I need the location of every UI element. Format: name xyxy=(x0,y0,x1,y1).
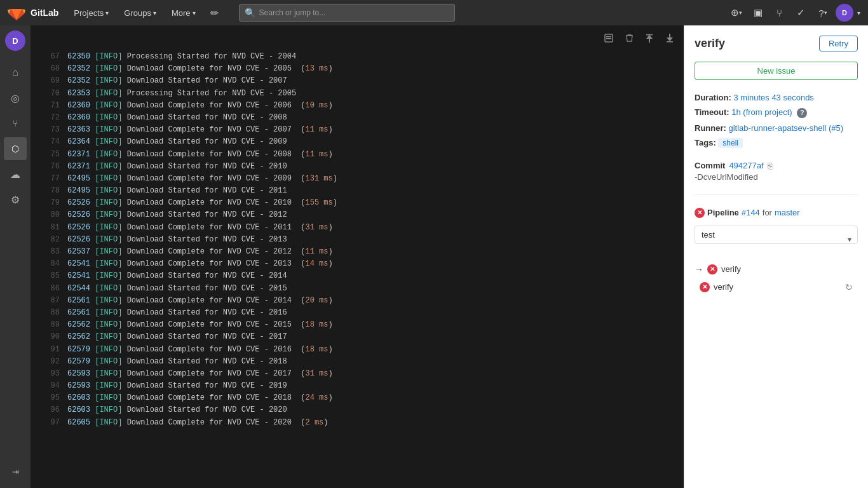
svg-rect-7 xyxy=(606,38,611,39)
log-panel[interactable]: 6762350 [INFO] Processing Started for NV… xyxy=(31,25,684,488)
line-number: 79 xyxy=(36,197,60,209)
scroll-top-icon[interactable] xyxy=(641,29,658,47)
pipeline-row: ✕ Pipeline #144 for master xyxy=(695,208,858,218)
log-line: 7362363 [INFO] Download Complete for NVD… xyxy=(31,124,684,136)
user-avatar-nav[interactable]: D xyxy=(836,4,853,22)
todo-icon[interactable]: ✓ xyxy=(792,4,810,22)
sidebar-avatar[interactable]: D xyxy=(5,30,25,51)
job-title: verify xyxy=(695,37,725,50)
job-item[interactable]: ✕ verify ↻ xyxy=(695,280,858,295)
line-text: 62352 [INFO] Download Started for NVD CV… xyxy=(67,75,287,87)
line-text: 62579 [INFO] Download Started for NVD CV… xyxy=(67,356,287,368)
line-text: 62526 [INFO] Download Started for NVD CV… xyxy=(67,234,287,246)
line-number: 97 xyxy=(36,417,60,429)
log-line: 8362537 [INFO] Download Complete for NVD… xyxy=(31,246,684,258)
add-icon[interactable]: ⊕ ▾ xyxy=(728,4,745,22)
sidebar-item-cicd[interactable]: ⬡ xyxy=(4,137,27,160)
log-line: 7862495 [INFO] Download Started for NVD … xyxy=(31,185,684,197)
refresh-icon[interactable]: ↻ xyxy=(845,282,853,292)
main-layout: D ⌂ ◎ ⑂ ⬡ ☁ ⚙ ⇥ xyxy=(0,25,868,488)
line-number: 68 xyxy=(36,63,60,75)
log-line: 9662603 [INFO] Download Started for NVD … xyxy=(31,404,684,416)
log-line: 7962526 [INFO] Download Complete for NVD… xyxy=(31,197,684,209)
line-number: 94 xyxy=(36,380,60,392)
content-area: 6762350 [INFO] Processing Started for NV… xyxy=(31,25,868,488)
line-number: 70 xyxy=(36,88,60,100)
delete-log-icon[interactable] xyxy=(620,29,638,47)
chevron-down-icon: ▾ xyxy=(105,10,109,17)
pipeline-for-text: for xyxy=(763,208,772,217)
line-text: 62495 [INFO] Download Started for NVD CV… xyxy=(67,185,287,197)
line-number: 84 xyxy=(36,258,60,270)
avatar-initial: D xyxy=(842,9,847,17)
log-line: 7762495 [INFO] Download Complete for NVD… xyxy=(31,173,684,185)
sidebar-expand-icon[interactable]: ⇥ xyxy=(4,460,27,483)
gitlab-icon xyxy=(8,4,25,22)
line-text: 62541 [INFO] Download Started for NVD CV… xyxy=(67,270,287,282)
line-text: 62353 [INFO] Processing Started for NVD … xyxy=(67,88,296,100)
nav-projects[interactable]: Projects ▾ xyxy=(69,6,114,20)
line-number: 82 xyxy=(36,234,60,246)
stage-name: verify xyxy=(721,264,741,274)
retry-button[interactable]: Retry xyxy=(819,36,858,51)
meta-section: Duration: 3 minutes 43 seconds Timeout: … xyxy=(695,93,858,148)
sidebar-item-settings[interactable]: ⚙ xyxy=(4,188,27,211)
navbar: GitLab Projects ▾ Groups ▾ More ▾ ✏ 🔍 Se… xyxy=(0,0,868,25)
right-sidebar: verify Retry New issue Duration: 3 minut… xyxy=(684,25,868,488)
timeout-row: Timeout: 1h (from project) ? xyxy=(695,107,858,118)
brand-logo[interactable]: GitLab xyxy=(8,4,58,22)
line-text: 62603 [INFO] Download Started for NVD CV… xyxy=(67,404,287,416)
branch-link[interactable]: master xyxy=(775,208,800,217)
scroll-bottom-icon[interactable] xyxy=(661,29,679,47)
copy-icon[interactable]: ⎘ xyxy=(768,161,773,171)
new-issue-button[interactable]: New issue xyxy=(695,62,858,80)
line-text: 62562 [INFO] Download Started for NVD CV… xyxy=(67,331,287,343)
line-number: 89 xyxy=(36,319,60,331)
panel-icon[interactable]: ▣ xyxy=(749,4,767,22)
line-number: 75 xyxy=(36,149,60,161)
log-line: 7062353 [INFO] Processing Started for NV… xyxy=(31,88,684,100)
sidebar-item-issues[interactable]: ◎ xyxy=(4,86,27,109)
line-number: 73 xyxy=(36,124,60,136)
log-line: 7162360 [INFO] Download Complete for NVD… xyxy=(31,100,684,112)
sidebar-item-merge-requests[interactable]: ⑂ xyxy=(4,112,27,135)
line-number: 88 xyxy=(36,307,60,319)
sidebar-item-deploy[interactable]: ☁ xyxy=(4,163,27,186)
log-toolbar xyxy=(31,25,684,51)
tag-badge[interactable]: shell xyxy=(718,138,743,148)
chevron-down-icon-user: ▾ xyxy=(857,10,860,17)
line-number: 93 xyxy=(36,368,60,380)
sidebar-item-home[interactable]: ⌂ xyxy=(4,61,27,84)
line-number: 74 xyxy=(36,136,60,148)
stage-error-icon: ✕ xyxy=(707,264,717,274)
duration-value: 3 minutes 43 seconds xyxy=(733,93,813,102)
log-line: 9362593 [INFO] Download Complete for NVD… xyxy=(31,368,684,380)
line-text: 62360 [INFO] Download Complete for NVD C… xyxy=(67,100,333,112)
job-name: verify xyxy=(714,282,733,292)
commit-section: Commit 494277af ⎘ -DcveUrlModified xyxy=(695,161,858,195)
raw-log-icon[interactable] xyxy=(600,29,618,47)
line-number: 90 xyxy=(36,331,60,343)
log-line: 7462364 [INFO] Download Started for NVD … xyxy=(31,136,684,148)
line-text: 62541 [INFO] Download Complete for NVD C… xyxy=(67,258,333,270)
line-text: 62371 [INFO] Download Started for NVD CV… xyxy=(67,161,287,173)
log-line: 9562603 [INFO] Download Complete for NVD… xyxy=(31,392,684,404)
help-icon[interactable]: ? xyxy=(797,108,807,118)
commit-hash-link[interactable]: 494277af xyxy=(729,161,763,170)
log-line: 8562541 [INFO] Download Started for NVD … xyxy=(31,270,684,282)
log-line: 8762561 [INFO] Download Complete for NVD… xyxy=(31,295,684,307)
nav-more[interactable]: More ▾ xyxy=(166,6,201,20)
line-number: 96 xyxy=(36,404,60,416)
merge-requests-nav-icon[interactable]: ⑂ xyxy=(771,4,789,22)
pencil-icon[interactable]: ✏ xyxy=(206,4,224,22)
help-nav-icon[interactable]: ? ▾ xyxy=(814,4,832,22)
log-line: 7562371 [INFO] Download Complete for NVD… xyxy=(31,149,684,161)
search-bar[interactable]: 🔍 Search or jump to... xyxy=(239,4,455,22)
pipeline-number-link[interactable]: #144 xyxy=(742,208,760,217)
nav-groups[interactable]: Groups ▾ xyxy=(119,6,161,20)
line-number: 76 xyxy=(36,161,60,173)
pipeline-label: Pipeline xyxy=(707,208,739,217)
line-text: 62562 [INFO] Download Complete for NVD C… xyxy=(67,319,333,331)
stage-select[interactable]: test build deploy xyxy=(695,226,858,244)
sidebar: D ⌂ ◎ ⑂ ⬡ ☁ ⚙ ⇥ xyxy=(0,25,31,488)
